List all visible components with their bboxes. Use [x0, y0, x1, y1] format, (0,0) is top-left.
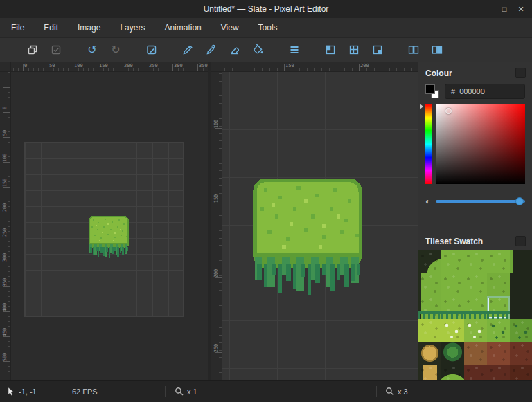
- maximize-button[interactable]: □: [496, 0, 513, 18]
- tile-corner-mode-button[interactable]: [320, 41, 341, 59]
- title-bar: Untitled* — Slate - Pixel Art Editor – □…: [0, 0, 532, 18]
- tile-section-mode-button[interactable]: [367, 41, 388, 59]
- tileset-tile[interactable]: [464, 342, 487, 365]
- tileset-tile[interactable]: [487, 342, 510, 365]
- tileset-collapse-button[interactable]: −: [515, 236, 526, 246]
- magnifier-icon: [385, 387, 394, 396]
- tileset-tile[interactable]: [487, 296, 510, 319]
- tileset-tile[interactable]: [510, 365, 532, 380]
- menu-layers[interactable]: Layers: [110, 18, 154, 37]
- tileset-tile[interactable]: [487, 365, 510, 380]
- split-view-icon: [407, 44, 420, 56]
- tileset-tile[interactable]: [487, 250, 510, 273]
- tileset-tile[interactable]: [510, 273, 532, 296]
- tool-menu-button[interactable]: [284, 41, 305, 59]
- colour-collapse-button[interactable]: −: [515, 68, 526, 78]
- foreground-background-swatch[interactable]: [425, 84, 439, 98]
- grass-sprite: [87, 215, 130, 259]
- tileset-tile[interactable]: [487, 319, 510, 342]
- drawing-canvas-right[interactable]: [222, 72, 418, 380]
- pen-square-icon: [145, 44, 158, 56]
- split-view-button[interactable]: [403, 41, 424, 59]
- fill-tool-button[interactable]: [248, 41, 269, 59]
- ruler-corner-left: [0, 62, 11, 72]
- pencil-tool-button[interactable]: [177, 41, 198, 59]
- tileset-tile[interactable]: [441, 342, 464, 365]
- menu-animation[interactable]: Animation: [154, 18, 211, 37]
- saturation-lightness-picker[interactable]: [436, 104, 525, 184]
- tileset-panel-title: Tileset Swatch: [425, 237, 483, 246]
- pen-mode-button[interactable]: [141, 41, 162, 59]
- menu-file[interactable]: File: [1, 18, 34, 37]
- tileset-tile[interactable]: [464, 273, 487, 296]
- window-title: Untitled* — Slate - Pixel Art Editor: [204, 4, 329, 14]
- pane-right: 150200 100150200250: [211, 62, 418, 380]
- grass-sprite-zoomed: [249, 176, 366, 298]
- tileset-tile[interactable]: [464, 250, 487, 273]
- status-divider: [165, 386, 166, 397]
- tileset-tile[interactable]: [441, 273, 464, 296]
- undo-button[interactable]: ↺: [82, 41, 103, 59]
- tileset-tile[interactable]: [510, 296, 532, 319]
- eyedropper-icon: [205, 44, 218, 56]
- hex-colour-input[interactable]: # 000000: [445, 84, 525, 99]
- menu-image[interactable]: Image: [68, 18, 110, 37]
- drawing-canvas-left[interactable]: [11, 72, 208, 380]
- horizontal-ruler-right: 150200: [222, 62, 418, 72]
- menu-view[interactable]: View: [211, 18, 249, 37]
- tileset-tile[interactable]: [441, 250, 464, 273]
- tileset-tile[interactable]: [464, 296, 487, 319]
- tile-grid-mode-button[interactable]: [344, 41, 364, 59]
- hue-marker-icon[interactable]: [420, 104, 426, 109]
- eraser-tool-button[interactable]: [224, 41, 245, 59]
- split-view-lock-button[interactable]: [427, 41, 447, 59]
- redo-icon: ↻: [111, 44, 120, 55]
- tileset-tile[interactable]: [510, 342, 532, 365]
- menu-bar: File Edit Image Layers Animation View To…: [0, 18, 532, 38]
- tileset-tile[interactable]: [487, 273, 510, 296]
- tileset-tile[interactable]: [464, 365, 487, 380]
- duplicate-button[interactable]: [22, 41, 43, 59]
- tileset-tile[interactable]: [510, 319, 532, 342]
- select-confirm-button[interactable]: [46, 41, 66, 59]
- picker-cursor-icon[interactable]: [445, 108, 452, 114]
- minimize-button[interactable]: –: [479, 0, 496, 18]
- foreground-colour-swatch: [425, 84, 435, 94]
- hex-value: 000000: [459, 87, 485, 95]
- canvas-image[interactable]: [24, 142, 184, 317]
- tileset-tile[interactable]: [441, 365, 464, 380]
- zoom-level-left: x 1: [187, 387, 197, 396]
- status-divider: [376, 386, 377, 397]
- redo-button[interactable]: ↻: [105, 41, 126, 59]
- tileset-tile[interactable]: [418, 273, 441, 296]
- pane-left: 050100150200250300350 050100150200250300…: [0, 62, 208, 380]
- tile-section-icon: [371, 44, 384, 56]
- zoom-indicator-left[interactable]: x 1: [175, 381, 197, 402]
- zoom-indicator-right[interactable]: x 3: [385, 381, 408, 402]
- tileset-tile[interactable]: [418, 296, 441, 319]
- zoom-level-right: x 3: [398, 387, 408, 396]
- hue-slider[interactable]: [425, 104, 432, 184]
- opacity-slider-handle[interactable]: [515, 197, 524, 205]
- tileset-tile[interactable]: [510, 250, 532, 273]
- close-button[interactable]: ✕: [513, 0, 529, 18]
- tileset-tile[interactable]: [418, 365, 441, 380]
- opacity-slider-track: [436, 200, 525, 203]
- hex-prefix: #: [451, 87, 455, 95]
- tileset-tile[interactable]: [418, 319, 441, 342]
- tile-grid-icon: [348, 44, 360, 56]
- tileset-tile[interactable]: [418, 250, 441, 273]
- hamburger-icon: [288, 44, 301, 56]
- eyedropper-tool-button[interactable]: [201, 41, 222, 59]
- menu-tools[interactable]: Tools: [249, 18, 287, 37]
- tileset-grid[interactable]: [418, 250, 532, 380]
- undo-icon: ↺: [87, 44, 96, 55]
- opacity-slider[interactable]: [436, 197, 525, 206]
- duplicate-icon: [26, 44, 39, 56]
- tileset-tile[interactable]: [464, 319, 487, 342]
- menu-edit[interactable]: Edit: [34, 18, 68, 37]
- pencil-icon: [181, 44, 194, 56]
- tileset-tile[interactable]: [441, 296, 464, 319]
- tileset-tile[interactable]: [418, 342, 441, 365]
- tileset-tile[interactable]: [441, 319, 464, 342]
